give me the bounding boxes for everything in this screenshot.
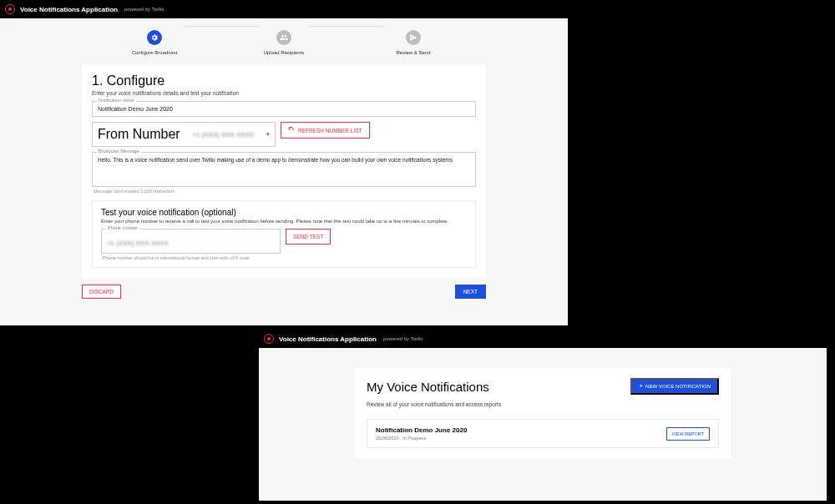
broadcast-message-field[interactable]: Broadcast Message Hello. This is a voice… [92,152,476,187]
twilio-logo-icon [5,4,15,14]
item-title: Notification Demo June 2020 [376,426,467,434]
test-section: Test your voice notification (optional) … [92,200,476,268]
footer-actions: DISCARD NEXT [82,285,486,299]
button-label: NEXT [463,289,478,295]
phone-number-field[interactable]: Phone number +1 (XXX) XXX-XXXX [101,229,281,254]
twilio-logo-icon [264,334,274,344]
field-value-masked: +1 (XXX) XXX-XXXX [107,240,169,246]
send-icon [406,30,421,45]
step-upload[interactable]: Upload Recipients [220,30,349,55]
chevron-down-icon: ▾ [266,131,270,138]
view-report-button[interactable]: VIEW REPORT [666,427,710,441]
page-subtitle: Enter your voice notifications details a… [92,90,476,96]
button-label: REFRESH NUMBER LIST [298,128,362,134]
step-connector [184,26,259,27]
helper-text: Phone number should be in international … [103,255,467,260]
list-window: Voice Notifications Application powered … [259,330,827,501]
button-label: SEND TEST [293,234,323,239]
field-label: Broadcast Message [97,149,141,154]
notification-name-field[interactable]: Notification name Notification Demo June… [92,101,476,117]
notifications-card: My Voice Notifications + NEW VOICE NOTIF… [355,368,731,458]
notification-list-item[interactable]: Notification Demo June 2020 25/06/2020 ·… [367,419,719,448]
app-header: Voice Notifications Application powered … [0,0,568,18]
people-icon [276,30,291,45]
app-header: Voice Notifications Application powered … [259,330,827,348]
gear-icon [147,30,162,45]
button-label: DISCARD [89,289,114,295]
configure-window: Voice Notifications Application powered … [0,0,568,325]
field-label: Notification name [97,98,136,103]
refresh-number-button[interactable]: REFRESH NUMBER LIST [281,122,370,139]
test-sub: Enter your phone number to receive a cal… [101,219,467,225]
field-label: Phone number [106,225,139,230]
stepper: Configure Broadcast Upload Recipients Re… [0,18,568,60]
item-meta: 25/06/2020 · In Progress [376,436,467,441]
page-title: 1. Configure [92,73,476,88]
page-subtitle: Review all of your voice notifications a… [367,401,719,407]
from-number-select[interactable]: From Number +1 (XXX) XXX-XXXX ▾ [92,122,276,147]
step-label: Upload Recipients [264,50,305,55]
next-button[interactable]: NEXT [455,285,486,299]
test-heading: Test your voice notification (optional) [101,208,467,217]
button-label: VIEW REPORT [672,431,704,436]
field-value: Notification Demo June 2020 [98,106,470,112]
step-configure[interactable]: Configure Broadcast [90,30,220,55]
discard-button[interactable]: DISCARD [82,285,121,299]
new-notification-button[interactable]: + NEW VOICE NOTIFICATION [630,378,719,395]
field-label: From Number [98,127,180,142]
step-label: Review & Send [396,50,430,55]
send-test-button[interactable]: SEND TEST [286,229,331,244]
helper-text: Message can't exceed 3,000 characters [94,189,476,194]
refresh-icon [288,127,295,134]
app-subtitle: powered by Twilio [383,336,423,341]
step-label: Configure Broadcast [132,50,178,55]
field-value: Hello. This is a voice notification send… [98,157,470,164]
step-connector [309,26,384,27]
app-subtitle: powered by Twilio [124,7,164,12]
field-value-masked: +1 (XXX) XXX-XXXX [192,132,254,138]
app-title: Voice Notifications Application [20,6,118,13]
step-review[interactable]: Review & Send [349,30,478,55]
configure-card: 1. Configure Enter your voice notificati… [82,65,486,278]
app-title: Voice Notifications Application [279,335,377,343]
page-title: My Voice Notifications [367,380,489,394]
plus-icon: + [639,384,643,389]
button-label: NEW VOICE NOTIFICATION [645,384,711,389]
